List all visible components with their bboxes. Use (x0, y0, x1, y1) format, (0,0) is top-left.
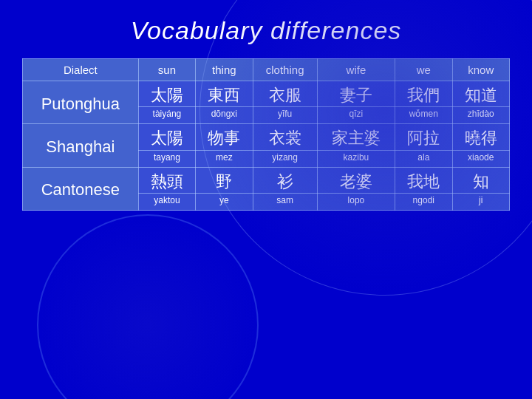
bg-decoration-1 (200, 0, 532, 296)
cell-bot-0-0: tàiyáng (138, 107, 195, 124)
cell-top-2-0: 熱頭 (138, 167, 195, 193)
dialect-cell-1: Shanghai (23, 124, 139, 167)
col-header-dialect: Dialect (23, 59, 139, 81)
cell-top-0-0: 太陽 (138, 81, 195, 107)
cell-top-1-0: 太陽 (138, 124, 195, 150)
dialect-cell-0: Putonghua (23, 81, 139, 124)
cell-bot-1-0: tayang (138, 150, 195, 167)
dialect-cell-2: Cantonese (23, 167, 139, 210)
cell-bot-2-0: yaktou (138, 194, 195, 211)
col-header-sun: sun (138, 59, 195, 81)
bg-decoration-2 (37, 214, 259, 399)
